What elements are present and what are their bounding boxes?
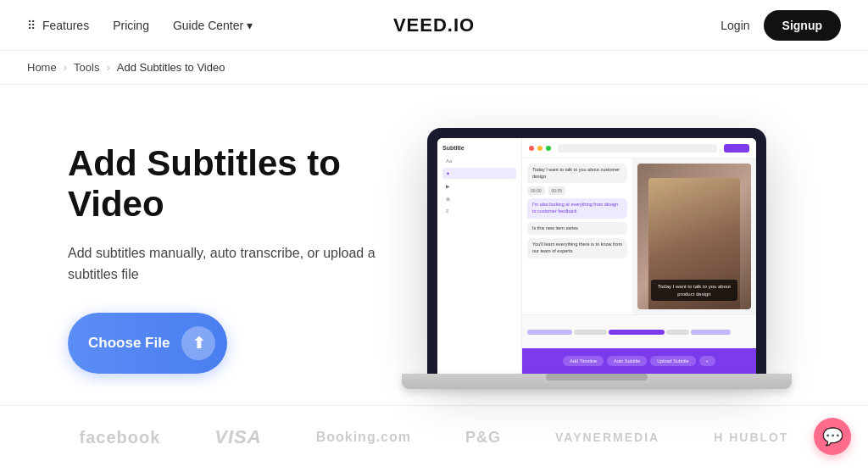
guide-center-menu-item[interactable]: Guide Center ▾ xyxy=(173,19,253,32)
timeline-bar-3 xyxy=(609,330,665,335)
sidebar-item-4: ≡ xyxy=(442,206,516,216)
chat-widget-button[interactable]: 💬 xyxy=(814,418,851,455)
bottom-pill-3: Upload Subtitle xyxy=(650,356,695,366)
brand-booking: Booking.com xyxy=(316,430,411,445)
breadcrumb: Home › Tools › Add Subtitles to Video xyxy=(0,51,868,85)
video-player: Today I want to talk to you about produc… xyxy=(637,164,751,309)
laptop-screen: Subtitle Aa ✦ ▶ ⊕ ≡ xyxy=(437,138,756,374)
action-1: 00:00 xyxy=(527,186,545,195)
video-caption: Today I want to talk to you about produc… xyxy=(651,280,737,301)
nav-left: ⠿ Features Pricing Guide Center ▾ xyxy=(27,19,253,32)
nav-right: Login Signup xyxy=(721,10,841,41)
timeline-bar-2 xyxy=(574,330,608,335)
brands-section: facebook VISA Booking.com P&G VAYNERMEDI… xyxy=(0,405,868,469)
hero-content: Add Subtitles to Video Add subtitles man… xyxy=(68,143,390,374)
app-sidebar: Subtitle Aa ✦ ▶ ⊕ ≡ xyxy=(437,138,522,374)
timeline-bar-4 xyxy=(666,330,688,335)
brand-vayner: VAYNERMEDIA xyxy=(555,430,659,444)
timeline xyxy=(522,314,756,348)
topbar-address xyxy=(558,144,717,153)
chat-bubble-2: I'm also looking at everything from desi… xyxy=(527,198,627,218)
grid-icon: ⠿ xyxy=(27,19,36,32)
chat-bubble-1: Today I want to talk to you about custom… xyxy=(527,164,627,183)
bottom-pill-2: Auto Subtitle xyxy=(607,356,647,366)
app-main: Today I want to talk to you about custom… xyxy=(522,138,756,374)
features-menu-item[interactable]: ⠿ Features xyxy=(27,19,89,32)
chevron-down-icon: ▾ xyxy=(247,19,253,32)
brand-pg: P&G xyxy=(465,429,501,447)
bottom-pill-1: Add Timeline xyxy=(563,356,604,366)
breadcrumb-sep-1: › xyxy=(64,61,67,74)
laptop-mockup: Subtitle Aa ✦ ▶ ⊕ ≡ xyxy=(427,128,817,389)
timeline-bar-5 xyxy=(691,330,732,335)
hero-section: Add Subtitles to Video Add subtitles man… xyxy=(0,85,868,398)
screen-content: Today I want to talk to you about custom… xyxy=(522,158,756,314)
pricing-menu-item[interactable]: Pricing xyxy=(113,19,149,32)
choose-file-label: Choose File xyxy=(88,335,170,352)
chat-bubble-4: You'll learn everything there is to know… xyxy=(527,238,627,258)
laptop-screen-outer: Subtitle Aa ✦ ▶ ⊕ ≡ xyxy=(427,128,766,374)
brand-hublot: H HUBLOT xyxy=(714,430,788,444)
chat-actions: 00:00 00:05 xyxy=(527,186,627,195)
hero-description: Add subtitles manually, auto transcribe,… xyxy=(68,242,390,286)
action-2: 00:05 xyxy=(548,186,566,195)
app-title: Subtitle xyxy=(442,145,516,151)
brand-visa: VISA xyxy=(214,426,261,448)
chat-icon: 💬 xyxy=(822,426,843,447)
bottom-pill-4: + xyxy=(699,356,715,366)
topbar-button xyxy=(724,144,749,153)
logo[interactable]: VEED.IO xyxy=(393,14,475,36)
app-topbar xyxy=(522,138,756,158)
sidebar-item: Aa xyxy=(442,156,516,166)
timeline-bar-1 xyxy=(527,330,572,335)
dot-green xyxy=(546,146,551,151)
choose-file-button[interactable]: Choose File ⬆ xyxy=(68,313,227,374)
sidebar-item-2: ▶ xyxy=(442,180,516,192)
hero-title: Add Subtitles to Video xyxy=(68,143,390,225)
laptop-base xyxy=(402,374,792,389)
signup-button[interactable]: Signup xyxy=(764,10,841,41)
sidebar-item-3: ⊕ xyxy=(442,193,516,204)
brand-facebook: facebook xyxy=(80,428,161,447)
chat-panel: Today I want to talk to you about custom… xyxy=(522,158,632,314)
navigation: ⠿ Features Pricing Guide Center ▾ VEED.I… xyxy=(0,0,868,51)
breadcrumb-current: Add Subtitles to Video xyxy=(117,61,225,74)
bottom-bar: Add Timeline Auto Subtitle Upload Subtit… xyxy=(522,348,756,374)
upload-icon: ⬆ xyxy=(181,326,215,360)
dot-yellow xyxy=(537,146,542,151)
login-button[interactable]: Login xyxy=(721,19,749,32)
sidebar-item-active: ✦ xyxy=(442,168,516,179)
breadcrumb-sep-2: › xyxy=(106,61,109,74)
breadcrumb-tools[interactable]: Tools xyxy=(74,61,99,74)
chat-bubble-3: Is this new item series xyxy=(527,222,627,236)
breadcrumb-home[interactable]: Home xyxy=(27,61,57,74)
dot-red xyxy=(529,146,534,151)
